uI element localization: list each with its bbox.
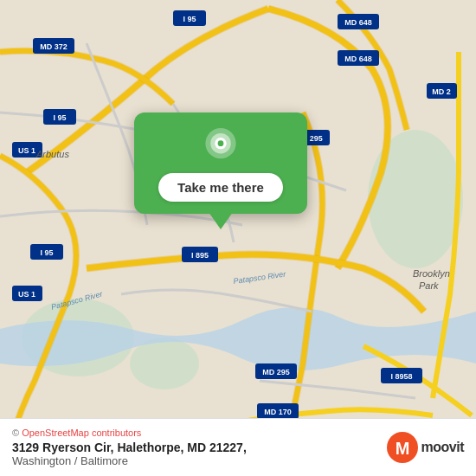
moovit-icon: M xyxy=(387,432,418,463)
map-container: I 95 I 95 I 95 MD 648 MD 648 MD 372 US 1… xyxy=(0,0,476,476)
copyright-text: © OpenStreetMap contributors xyxy=(12,428,247,438)
svg-text:I 95: I 95 xyxy=(183,15,196,23)
svg-text:I 8958: I 8958 xyxy=(390,372,412,381)
address-line1: 3129 Ryerson Cir, Halethorpe, MD 21227, xyxy=(12,441,247,454)
svg-text:Arbutus: Arbutus xyxy=(35,149,69,159)
osm-link[interactable]: OpenStreetMap contributors xyxy=(22,428,141,438)
bottom-bar: © OpenStreetMap contributors 3129 Ryerso… xyxy=(0,418,476,476)
svg-text:MD 170: MD 170 xyxy=(264,408,292,416)
svg-text:I 895: I 895 xyxy=(191,251,209,260)
svg-text:Patapsco River: Patapsco River xyxy=(233,269,287,286)
moovit-wordmark: moovit xyxy=(421,440,464,455)
svg-text:MD 372: MD 372 xyxy=(40,42,68,51)
svg-point-39 xyxy=(218,140,224,146)
svg-text:Brooklyn: Brooklyn xyxy=(413,268,450,279)
svg-text:I 95: I 95 xyxy=(40,248,53,257)
map-roads: I 95 I 95 I 95 MD 648 MD 648 MD 372 US 1… xyxy=(0,0,476,476)
svg-text:MD 2: MD 2 xyxy=(432,87,451,96)
svg-text:MD 648: MD 648 xyxy=(344,55,372,63)
address-line2: Washington / Baltimore xyxy=(12,454,247,467)
svg-text:I 95: I 95 xyxy=(53,113,66,122)
svg-text:US 1: US 1 xyxy=(18,146,35,155)
svg-text:Park: Park xyxy=(419,280,439,291)
svg-text:MD 648: MD 648 xyxy=(344,18,372,27)
bottom-left-info: © OpenStreetMap contributors 3129 Ryerso… xyxy=(12,428,247,467)
svg-text:US 1: US 1 xyxy=(18,290,35,299)
location-pin-icon xyxy=(203,128,239,164)
moovit-logo: M moovit xyxy=(387,432,464,463)
svg-text:MD 295: MD 295 xyxy=(262,368,290,376)
svg-text:M: M xyxy=(395,439,409,458)
take-me-there-button[interactable]: Take me there xyxy=(158,173,283,202)
location-popup: Take me there xyxy=(134,113,307,214)
